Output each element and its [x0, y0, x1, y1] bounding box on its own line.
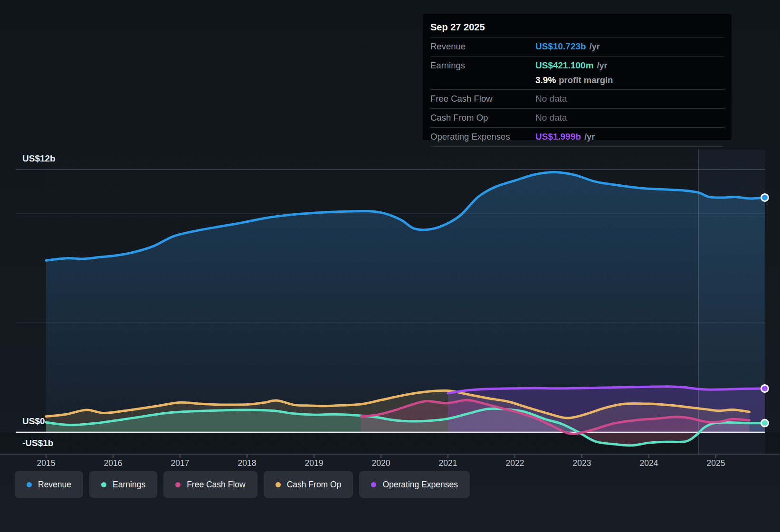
- legend-item-free-cash-flow[interactable]: Free Cash Flow: [163, 471, 257, 498]
- legend-item-cash-from-op[interactable]: Cash From Op: [264, 471, 353, 498]
- tooltip-value: No data: [535, 111, 724, 124]
- operating-expenses-dot-icon: [371, 482, 376, 487]
- x-axis-label-2016: 2016: [94, 458, 132, 468]
- x-axis-label-2022: 2022: [496, 458, 534, 468]
- x-axis-label-2024: 2024: [630, 458, 668, 468]
- x-axis-label-2017: 2017: [161, 458, 199, 468]
- tooltip-value: US$10.723b/yr: [535, 40, 724, 53]
- x-axis-label-2023: 2023: [563, 458, 601, 468]
- tooltip-label: Cash From Op: [430, 111, 535, 124]
- y-axis-label--1b: -US$1b: [22, 438, 53, 448]
- tooltip-label: Free Cash Flow: [430, 92, 535, 105]
- revenue-dot-icon: [27, 482, 32, 487]
- x-axis-label-2019: 2019: [295, 458, 333, 468]
- y-axis-label-12b: US$12b: [22, 153, 56, 164]
- revenue-end-marker: [761, 194, 768, 201]
- profit-margin: 3.9%profit margin: [535, 74, 724, 86]
- tooltip-row-free-cash-flow: Free Cash Flow No data: [430, 90, 724, 109]
- tooltip-row-earnings: Earnings US$421.100m/yr 3.9%profit margi…: [430, 57, 724, 90]
- chart-tooltip: Sep 27 2025 Revenue US$10.723b/yr Earnin…: [423, 14, 732, 140]
- tooltip-label: Earnings: [430, 59, 535, 72]
- x-axis-label-2021: 2021: [429, 458, 467, 468]
- tooltip-date: Sep 27 2025: [430, 14, 724, 38]
- tooltip-value: US$421.100m/yr 3.9%profit margin: [535, 59, 724, 86]
- operating-expenses-end-marker: [761, 385, 768, 392]
- x-axis-label-2018: 2018: [228, 458, 266, 468]
- plot-texture: [46, 157, 765, 453]
- tooltip-row-revenue: Revenue US$10.723b/yr: [430, 38, 724, 57]
- cash-from-op-dot-icon: [276, 482, 281, 487]
- tooltip-value: US$1.999b/yr: [535, 130, 724, 143]
- tooltip-label: Operating Expenses: [430, 130, 535, 143]
- financial-history-chart: US$12bUS$0-US$1b 20152016201720182019202…: [0, 0, 780, 532]
- legend-item-revenue[interactable]: Revenue: [15, 471, 83, 498]
- tooltip-label: Revenue: [430, 40, 535, 53]
- tooltip-row-operating-expenses: Operating Expenses US$1.999b/yr: [430, 128, 724, 147]
- chart-legend: Revenue Earnings Free Cash Flow Cash Fro…: [15, 471, 470, 498]
- x-axis-label-2020: 2020: [362, 458, 400, 468]
- legend-item-operating-expenses[interactable]: Operating Expenses: [359, 471, 470, 498]
- tooltip-row-cash-from-op: Cash From Op No data: [430, 109, 724, 128]
- free-cash-flow-dot-icon: [175, 482, 181, 487]
- x-axis-label-2015: 2015: [27, 458, 65, 468]
- tooltip-value: No data: [535, 92, 724, 105]
- earnings-end-marker: [761, 419, 768, 427]
- earnings-dot-icon: [101, 482, 106, 487]
- legend-item-earnings[interactable]: Earnings: [89, 471, 157, 498]
- y-axis-label-0b: US$0: [22, 416, 45, 427]
- x-axis-label-2025: 2025: [697, 458, 735, 468]
